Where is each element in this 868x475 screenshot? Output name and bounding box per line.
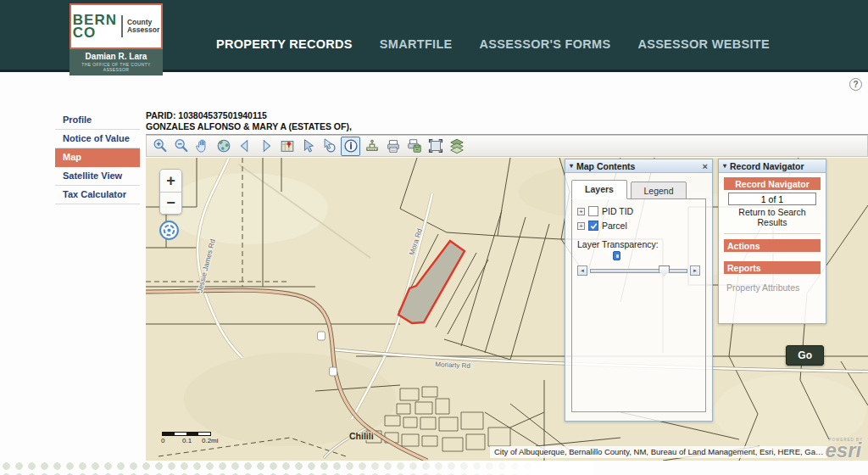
page: PROPERTY RECORDS SMARTFILE ASSESSOR'S FO…	[0, 0, 868, 475]
main-nav: PROPERTY RECORDS SMARTFILE ASSESSOR'S FO…	[216, 37, 770, 51]
previous-extent-icon[interactable]	[235, 137, 254, 156]
road-label-moriarty: Moriarty Rd	[435, 360, 470, 370]
go-button[interactable]: Go	[786, 345, 824, 366]
sidebar: Profile Notice of Value Map Satellite Vi…	[55, 111, 140, 204]
slider-left-icon[interactable]: ◄	[577, 265, 587, 276]
nav-assessor-website[interactable]: ASSESSOR WEBSITE	[637, 37, 769, 51]
next-extent-icon[interactable]	[256, 137, 275, 156]
map-contents-panel: ▾ Map Contents × Layers Legend + PID TID	[565, 159, 713, 422]
assessor-name-block: Damian R. Lara THE OFFICE OF THE COUNTY …	[70, 49, 163, 75]
map-contents-title: Map Contents	[576, 161, 635, 171]
tab-layers[interactable]: Layers	[571, 180, 627, 199]
logo-line2: CO	[73, 26, 117, 39]
scale-bar: 0 0.1 0.2mi	[162, 432, 221, 445]
zoom-out-icon[interactable]	[171, 137, 191, 156]
map-contents-tabs: Layers Legend	[571, 180, 706, 199]
map-zoom-out-button[interactable]: −	[160, 192, 181, 214]
owner-text: GONZALES ALFONSO & MARY A (ESTATES OF),	[146, 121, 868, 135]
record-position-input[interactable]	[728, 193, 816, 205]
record-navigator-panel: ▾ Record Navigator Record Navigator Retu…	[718, 159, 826, 324]
help-icon[interactable]: ?	[849, 78, 862, 91]
record-navigator-bar: Record Navigator	[724, 177, 821, 190]
map-toolbar	[146, 135, 868, 157]
locate-map-pin-icon[interactable]	[277, 137, 297, 156]
map-canvas[interactable]: Jessie James Rd Mora Rd Moriarty Rd Chil…	[146, 158, 868, 461]
geolocate-icon[interactable]	[159, 220, 180, 241]
export-map-icon[interactable]	[404, 137, 424, 156]
logo-divider	[121, 15, 123, 37]
select-arrow-icon[interactable]	[298, 137, 318, 156]
collapse-icon: ▾	[723, 162, 726, 170]
return-to-search-link[interactable]: Return to Search Results	[724, 207, 821, 227]
map-zoom-in-button[interactable]: +	[160, 170, 181, 192]
close-icon[interactable]: ×	[703, 161, 708, 171]
parid-text: PARID: 103804537501940115	[146, 110, 868, 121]
footer-dots-decoration	[0, 461, 593, 475]
assessor-tagline: THE OFFICE OF THE COUNTY ASSESSOR	[71, 62, 161, 72]
scale-02mi: 0.2mi	[202, 437, 219, 444]
layer-row-pid-tid: + PID TID	[577, 206, 700, 216]
actions-section-header[interactable]: Actions	[724, 239, 821, 252]
layers-icon[interactable]	[447, 137, 466, 156]
slider-handle[interactable]	[659, 265, 670, 277]
print-icon[interactable]	[383, 137, 403, 156]
record-navigator-title: Record Navigator	[730, 161, 804, 171]
town-label-chilili: Chilili	[349, 431, 374, 441]
sidebar-item-notice-of-value[interactable]: Notice of Value	[55, 130, 140, 148]
slider-track[interactable]	[590, 269, 687, 273]
transparency-slider: ◄ ►	[577, 265, 700, 276]
pid-tid-checkbox[interactable]	[588, 206, 598, 216]
parcel-checkbox[interactable]	[588, 221, 598, 231]
measure-icon[interactable]	[362, 137, 381, 156]
layer-label: PID TID	[602, 206, 633, 216]
bernco-logo-mark: BERN CO County Assessor	[70, 3, 163, 49]
nav-property-records[interactable]: PROPERTY RECORDS	[216, 37, 353, 51]
full-extent-globe-icon[interactable]	[214, 137, 233, 156]
map-contents-header[interactable]: ▾ Map Contents ×	[565, 159, 712, 173]
expand-icon[interactable]: +	[577, 208, 585, 215]
sidebar-item-satellite-view[interactable]: Satellite View	[55, 167, 140, 186]
map-zoom-control: + −	[159, 169, 182, 215]
pan-hand-icon[interactable]	[192, 137, 212, 156]
expand-icon[interactable]: +	[577, 222, 585, 230]
logo-sub2: Assessor	[127, 26, 159, 34]
transparency-label: Layer Transparency:	[577, 239, 700, 249]
collapse-icon: ▾	[570, 162, 573, 170]
slider-right-icon[interactable]: ►	[690, 265, 700, 276]
transparency-value-marker	[613, 251, 620, 260]
reports-section-header[interactable]: Reports	[724, 261, 821, 274]
sidebar-item-profile[interactable]: Profile	[55, 111, 140, 130]
esri-logo: POWERED BY esri	[825, 438, 863, 459]
layers-box: + PID TID + Parcel Layer Transparency: ◄	[571, 198, 706, 412]
nav-assessors-forms[interactable]: ASSESSOR'S FORMS	[480, 37, 611, 51]
map-attribution: City of Albuquerque, Bernalillo County, …	[490, 446, 827, 458]
tab-legend[interactable]: Legend	[631, 182, 687, 199]
zoom-in-icon[interactable]	[150, 137, 170, 156]
fullscreen-icon[interactable]	[426, 137, 445, 156]
record-header: PARID: 103804537501940115 GONZALES ALFON…	[146, 110, 868, 135]
identify-arrow-icon[interactable]	[320, 137, 339, 156]
layer-row-parcel: + Parcel	[577, 221, 700, 231]
nav-smartfile[interactable]: SMARTFILE	[380, 37, 453, 51]
layer-label: Parcel	[602, 221, 627, 231]
sidebar-item-tax-calculator[interactable]: Tax Calculator	[55, 186, 140, 204]
scale-01: 0.1	[182, 437, 192, 444]
scale-0: 0	[161, 437, 164, 444]
divider	[724, 233, 821, 234]
assessor-name: Damian R. Lara	[71, 52, 161, 61]
esri-wordmark: esri	[825, 442, 863, 459]
record-navigator-header[interactable]: ▾ Record Navigator	[719, 159, 826, 173]
property-attributes-link[interactable]: Property Attributes	[724, 282, 821, 293]
info-icon[interactable]	[341, 137, 360, 156]
sidebar-item-map[interactable]: Map	[55, 148, 140, 167]
bernco-logo[interactable]: BERN CO County Assessor Damian R. Lara T…	[70, 3, 163, 75]
